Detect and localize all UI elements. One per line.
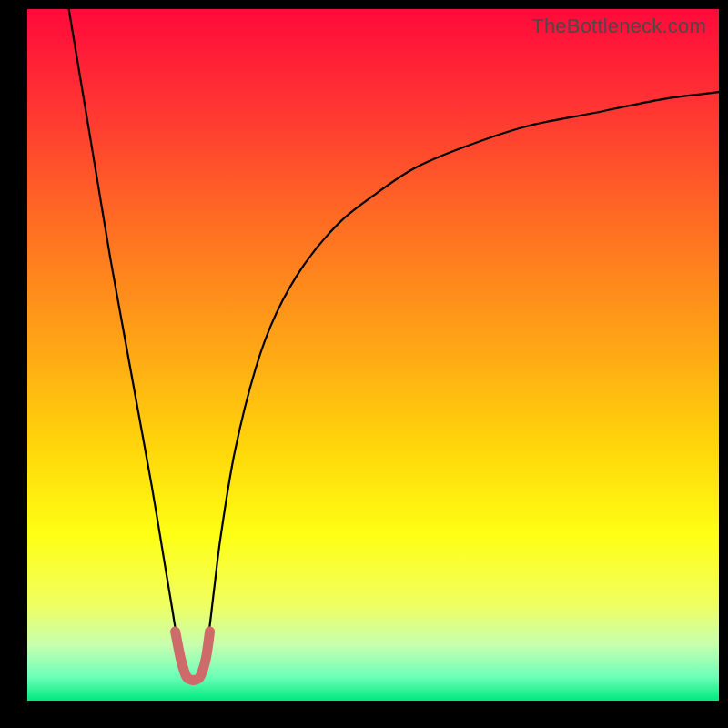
- highlight-valley: [176, 632, 210, 681]
- plot-area: TheBottleneck.com: [27, 9, 719, 701]
- curve-layer: [27, 9, 719, 701]
- bottleneck-curve: [69, 9, 719, 680]
- chart-frame: TheBottleneck.com: [0, 0, 728, 728]
